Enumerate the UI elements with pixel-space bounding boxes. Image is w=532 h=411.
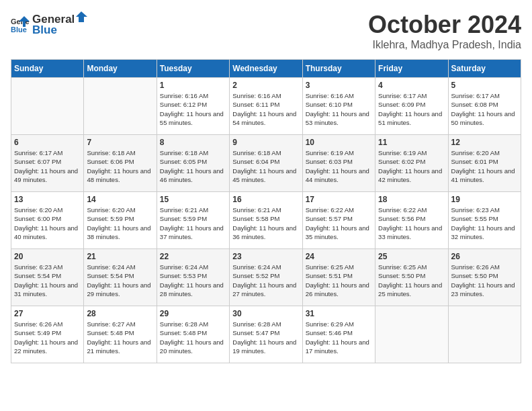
day-info: Sunrise: 6:19 AM Sunset: 6:03 PM Dayligh… [306,148,372,184]
calendar-cell: 12Sunrise: 6:20 AM Sunset: 6:01 PM Dayli… [448,135,521,192]
title-block: October 2024 Iklehra, Madhya Pradesh, In… [368,11,521,51]
day-number: 26 [451,252,518,261]
calendar-week-row: 20Sunrise: 6:23 AM Sunset: 5:54 PM Dayli… [11,249,521,306]
calendar-cell: 25Sunrise: 6:25 AM Sunset: 5:50 PM Dayli… [375,249,448,306]
day-number: 2 [232,81,299,90]
weekday-header: Wednesday [230,60,302,78]
calendar-cell: 22Sunrise: 6:24 AM Sunset: 5:53 PM Dayli… [157,249,229,306]
day-info: Sunrise: 6:18 AM Sunset: 6:05 PM Dayligh… [160,148,226,184]
day-number: 22 [160,252,226,261]
day-info: Sunrise: 6:25 AM Sunset: 5:51 PM Dayligh… [306,263,372,298]
calendar-cell: 11Sunrise: 6:19 AM Sunset: 6:02 PM Dayli… [375,135,448,192]
day-info: Sunrise: 6:16 AM Sunset: 6:12 PM Dayligh… [160,91,226,127]
day-info: Sunrise: 6:24 AM Sunset: 5:54 PM Dayligh… [87,263,153,298]
logo-icon: General Blue [11,15,30,34]
day-number: 29 [160,309,226,318]
weekday-header: Tuesday [157,60,229,78]
day-info: Sunrise: 6:20 AM Sunset: 6:00 PM Dayligh… [14,205,81,241]
day-number: 28 [87,309,153,318]
day-info: Sunrise: 6:25 AM Sunset: 5:50 PM Dayligh… [378,263,445,298]
day-info: Sunrise: 6:20 AM Sunset: 6:01 PM Dayligh… [451,148,518,184]
calendar-cell: 30Sunrise: 6:28 AM Sunset: 5:47 PM Dayli… [230,306,302,363]
calendar-cell: 9Sunrise: 6:18 AM Sunset: 6:04 PM Daylig… [230,135,302,192]
day-info: Sunrise: 6:29 AM Sunset: 5:46 PM Dayligh… [306,320,372,355]
calendar-cell: 31Sunrise: 6:29 AM Sunset: 5:46 PM Dayli… [302,306,375,363]
calendar-week-row: 27Sunrise: 6:26 AM Sunset: 5:49 PM Dayli… [11,306,521,363]
weekday-header: Thursday [302,60,375,78]
logo: General Blue General Blue [11,11,88,37]
calendar-cell: 2Sunrise: 6:16 AM Sunset: 6:11 PM Daylig… [230,78,302,135]
weekday-header: Friday [375,60,448,78]
day-info: Sunrise: 6:21 AM Sunset: 5:58 PM Dayligh… [232,205,299,241]
day-info: Sunrise: 6:19 AM Sunset: 6:02 PM Dayligh… [378,148,445,184]
day-number: 8 [160,138,226,147]
svg-marker-4 [76,11,87,22]
calendar-cell [84,78,157,135]
weekday-header: Monday [84,60,157,78]
day-number: 20 [14,252,81,261]
calendar-cell: 19Sunrise: 6:23 AM Sunset: 5:55 PM Dayli… [448,192,521,249]
calendar-cell: 13Sunrise: 6:20 AM Sunset: 6:00 PM Dayli… [11,192,84,249]
day-number: 4 [378,81,445,90]
calendar-cell: 6Sunrise: 6:17 AM Sunset: 6:07 PM Daylig… [11,135,84,192]
day-info: Sunrise: 6:18 AM Sunset: 6:04 PM Dayligh… [232,148,299,184]
day-number: 24 [306,252,372,261]
day-info: Sunrise: 6:21 AM Sunset: 5:59 PM Dayligh… [160,205,226,241]
day-info: Sunrise: 6:23 AM Sunset: 5:54 PM Dayligh… [14,263,81,298]
day-number: 9 [232,138,299,147]
day-info: Sunrise: 6:26 AM Sunset: 5:49 PM Dayligh… [14,320,81,355]
calendar-cell: 18Sunrise: 6:22 AM Sunset: 5:56 PM Dayli… [375,192,448,249]
calendar-cell: 5Sunrise: 6:17 AM Sunset: 6:08 PM Daylig… [448,78,521,135]
calendar-cell [11,78,84,135]
calendar-cell: 23Sunrise: 6:24 AM Sunset: 5:52 PM Dayli… [230,249,302,306]
day-number: 16 [232,195,299,204]
day-number: 30 [232,309,299,318]
location-subtitle: Iklehra, Madhya Pradesh, India [368,39,521,51]
day-info: Sunrise: 6:17 AM Sunset: 6:09 PM Dayligh… [378,91,445,127]
calendar-cell: 15Sunrise: 6:21 AM Sunset: 5:59 PM Dayli… [157,192,229,249]
calendar-cell: 4Sunrise: 6:17 AM Sunset: 6:09 PM Daylig… [375,78,448,135]
day-info: Sunrise: 6:16 AM Sunset: 6:10 PM Dayligh… [306,91,372,127]
calendar-cell: 29Sunrise: 6:28 AM Sunset: 5:48 PM Dayli… [157,306,229,363]
calendar-cell: 10Sunrise: 6:19 AM Sunset: 6:03 PM Dayli… [302,135,375,192]
day-number: 18 [378,195,445,204]
calendar-cell: 24Sunrise: 6:25 AM Sunset: 5:51 PM Dayli… [302,249,375,306]
calendar-table: SundayMondayTuesdayWednesdayThursdayFrid… [11,59,521,363]
calendar-week-row: 1Sunrise: 6:16 AM Sunset: 6:12 PM Daylig… [11,78,521,135]
day-info: Sunrise: 6:22 AM Sunset: 5:57 PM Dayligh… [306,205,372,241]
day-number: 10 [306,138,372,147]
day-number: 11 [378,138,445,147]
day-number: 7 [87,138,153,147]
calendar-cell: 1Sunrise: 6:16 AM Sunset: 6:12 PM Daylig… [157,78,229,135]
day-info: Sunrise: 6:24 AM Sunset: 5:52 PM Dayligh… [232,263,299,298]
logo-arrow [76,11,88,23]
day-info: Sunrise: 6:20 AM Sunset: 5:59 PM Dayligh… [87,205,153,241]
calendar-cell: 27Sunrise: 6:26 AM Sunset: 5:49 PM Dayli… [11,306,84,363]
calendar-cell: 20Sunrise: 6:23 AM Sunset: 5:54 PM Dayli… [11,249,84,306]
calendar-week-row: 13Sunrise: 6:20 AM Sunset: 6:00 PM Dayli… [11,192,521,249]
calendar-cell [375,306,448,363]
day-info: Sunrise: 6:17 AM Sunset: 6:07 PM Dayligh… [14,148,81,184]
day-info: Sunrise: 6:18 AM Sunset: 6:06 PM Dayligh… [87,148,153,184]
day-info: Sunrise: 6:27 AM Sunset: 5:48 PM Dayligh… [87,320,153,355]
day-info: Sunrise: 6:26 AM Sunset: 5:50 PM Dayligh… [451,263,518,298]
day-info: Sunrise: 6:28 AM Sunset: 5:47 PM Dayligh… [232,320,299,355]
day-info: Sunrise: 6:17 AM Sunset: 6:08 PM Dayligh… [451,91,518,127]
day-info: Sunrise: 6:24 AM Sunset: 5:53 PM Dayligh… [160,263,226,298]
calendar-cell: 7Sunrise: 6:18 AM Sunset: 6:06 PM Daylig… [84,135,157,192]
weekday-header: Sunday [11,60,84,78]
day-info: Sunrise: 6:22 AM Sunset: 5:56 PM Dayligh… [378,205,445,241]
calendar-cell: 14Sunrise: 6:20 AM Sunset: 5:59 PM Dayli… [84,192,157,249]
day-number: 6 [14,138,81,147]
calendar-cell: 16Sunrise: 6:21 AM Sunset: 5:58 PM Dayli… [230,192,302,249]
calendar-cell [448,306,521,363]
day-number: 25 [378,252,445,261]
day-number: 15 [160,195,226,204]
day-number: 21 [87,252,153,261]
day-number: 14 [87,195,153,204]
weekday-header: Saturday [448,60,521,78]
day-number: 5 [451,81,518,90]
day-number: 3 [306,81,372,90]
calendar-cell: 8Sunrise: 6:18 AM Sunset: 6:05 PM Daylig… [157,135,229,192]
day-info: Sunrise: 6:23 AM Sunset: 5:55 PM Dayligh… [451,205,518,241]
